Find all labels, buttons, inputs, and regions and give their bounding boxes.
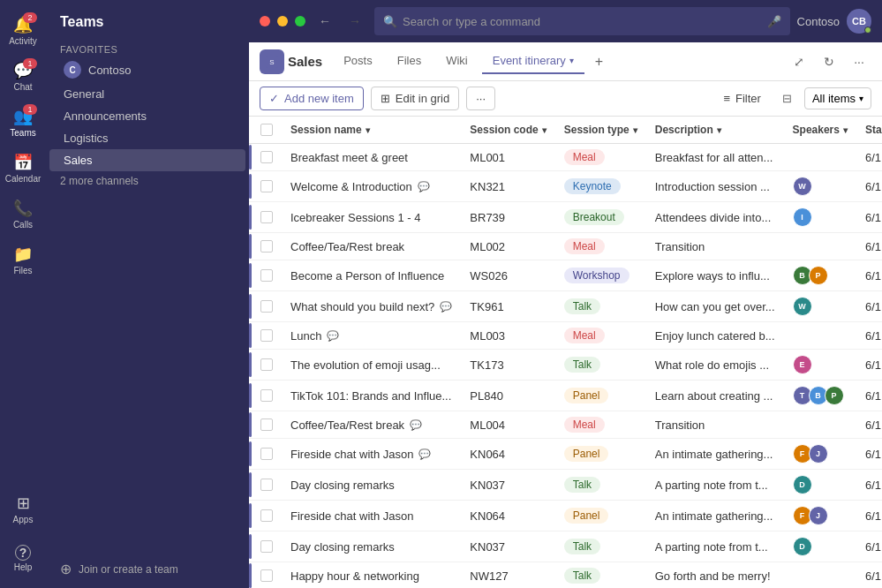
add-new-item-label: Add new item [284, 92, 354, 105]
more-icon: ··· [476, 92, 486, 105]
speaker-avatar: P [825, 386, 844, 405]
channel-item-contoso[interactable]: C Contoso [49, 57, 245, 83]
table-row[interactable]: Day closing remarksKN037TalkA parting no… [249, 531, 882, 562]
table-row[interactable]: The evolution of emoji usag...TK173TalkW… [249, 350, 882, 381]
more-options-icon[interactable]: ··· [847, 49, 871, 74]
table-row[interactable]: Fireside chat with JasonKN064PanelAn int… [249, 501, 882, 531]
channel-item-sales[interactable]: Sales [49, 149, 245, 171]
minimize-button[interactable] [277, 16, 288, 26]
table-row[interactable]: Coffee/Tea/Rest break💬ML004MealTransitio… [249, 411, 882, 439]
edit-in-grid-button[interactable]: ⊞ Edit in grid [371, 87, 459, 110]
session-type-cell: Panel [555, 381, 646, 411]
back-button[interactable]: ← [313, 9, 337, 34]
session-code-header[interactable]: Session code ▾ [461, 117, 554, 144]
row-checkbox[interactable] [260, 180, 273, 192]
select-all-checkbox[interactable] [260, 124, 273, 136]
row-checkbox[interactable] [260, 509, 273, 522]
table-row[interactable]: Breakfast meet & greetML001MealBreakfast… [249, 144, 882, 171]
files-label: Files [13, 266, 32, 275]
sidebar-item-teams[interactable]: 👥 1 Teams [5, 99, 41, 145]
channel-name-general: General [64, 87, 104, 101]
tab-posts[interactable]: Posts [333, 49, 383, 74]
calls-label: Calls [13, 220, 33, 230]
table-row[interactable]: TikTok 101: Brands and Influe...PL840Pan… [249, 381, 882, 411]
row-checkbox[interactable] [260, 151, 273, 163]
search-bar[interactable]: 🔍 🎤 [374, 7, 790, 35]
row-checkbox[interactable] [260, 240, 273, 253]
row-checkbox[interactable] [260, 569, 273, 582]
start-header[interactable]: Sta... [856, 117, 882, 144]
sidebar-item-files[interactable]: 📁 Files [5, 237, 41, 283]
more-channels[interactable]: 2 more channels [46, 171, 249, 191]
row-checkbox[interactable] [260, 358, 273, 371]
more-toolbar-button[interactable]: ··· [466, 87, 495, 110]
sidebar-item-apps[interactable]: ⊞ Apps [5, 486, 41, 531]
grid-view-button[interactable]: ⊟ [777, 88, 797, 109]
maximize-button[interactable] [295, 16, 305, 26]
row-checkbox[interactable] [260, 211, 273, 223]
add-new-item-button[interactable]: ✓ Add new item [260, 87, 364, 110]
all-items-select[interactable]: All items ▾ [804, 87, 871, 109]
grid-icon: ⊞ [381, 92, 390, 105]
sort-icon: ▾ [366, 125, 370, 135]
session-type-cell: Talk [555, 350, 646, 381]
table-row[interactable]: Become a Person of InfluenceWS026Worksho… [249, 260, 882, 291]
join-team[interactable]: ⊕ Join or create a team [46, 550, 249, 588]
row-checkbox[interactable] [260, 300, 273, 313]
start-cell: 6/1... [856, 233, 882, 260]
row-checkbox[interactable] [260, 389, 273, 402]
session-name-header[interactable]: Session name ▾ [282, 117, 461, 144]
sidebar-item-activity[interactable]: 🔔 2 Activity [5, 7, 41, 53]
row-checkbox[interactable] [260, 269, 273, 282]
channel-item-logistics[interactable]: Logistics [49, 127, 245, 149]
session-name-cell: Fireside chat with Jason💬 [282, 439, 461, 470]
forward-button[interactable]: → [343, 9, 367, 34]
row-checkbox[interactable] [260, 418, 273, 431]
user-avatar[interactable]: CB [847, 9, 871, 34]
table-row[interactable]: What should you build next?💬TK961TalkHow… [249, 291, 882, 322]
session-name-cell: TikTok 101: Brands and Influe... [282, 381, 461, 411]
table-row[interactable]: Fireside chat with Jason💬KN064PanelAn in… [249, 439, 882, 470]
channel-item-announcements[interactable]: Announcements [49, 105, 245, 127]
row-checkbox[interactable] [260, 329, 273, 342]
row-checkbox[interactable] [260, 448, 273, 460]
add-tab-button[interactable]: + [588, 50, 610, 73]
channel-item-general[interactable]: General [49, 83, 245, 105]
search-input[interactable] [403, 15, 762, 28]
table-row[interactable]: Day closing remarksKN037TalkA parting no… [249, 470, 882, 501]
refresh-icon[interactable]: ↻ [817, 49, 841, 74]
session-code-cell: BR739 [461, 202, 554, 233]
row-checkbox[interactable] [260, 540, 273, 553]
session-type-header[interactable]: Session type ▾ [555, 117, 646, 144]
filter-button[interactable]: ≡ Filter [714, 87, 769, 109]
session-type-cell: Talk [555, 562, 646, 589]
tab-files[interactable]: Files [387, 49, 432, 74]
close-button[interactable] [260, 16, 270, 26]
session-type-badge: Workshop [564, 268, 629, 283]
table-row[interactable]: Coffee/Tea/Rest breakML002MealTransition… [249, 233, 882, 260]
help-icon: ? [15, 545, 31, 561]
sidebar-item-calls[interactable]: 📞 Calls [5, 191, 41, 237]
sidebar-item-calendar[interactable]: 📅 Calendar [5, 145, 41, 191]
session-type-badge: Meal [564, 238, 605, 254]
channel-name-sales: Sales [64, 154, 93, 167]
row-checkbox[interactable] [260, 479, 273, 491]
table-row[interactable]: Lunch💬ML003MealEnjoy lunch catered b...6… [249, 322, 882, 350]
description-header[interactable]: Description ▾ [646, 117, 784, 144]
sidebar-item-chat[interactable]: 💬 1 Chat [5, 53, 41, 99]
speakers-header[interactable]: Speakers ▾ [784, 117, 856, 144]
session-code-cell: KN064 [461, 439, 554, 470]
sidebar-item-help[interactable]: ? Help [5, 535, 41, 581]
tab-wiki[interactable]: Wiki [435, 49, 479, 74]
chat-bubble-icon: 💬 [327, 330, 339, 342]
table-row[interactable]: Welcome & Introduction💬KN321KeynoteIntro… [249, 171, 882, 202]
table-row[interactable]: Icebreaker Sessions 1 - 4BR739BreakoutAt… [249, 202, 882, 233]
search-icon: 🔍 [383, 15, 397, 28]
row-checkbox-cell [252, 260, 282, 291]
table-row[interactable]: Happy hour & networkingNW127TalkGo forth… [249, 562, 882, 589]
expand-icon[interactable]: ⤢ [787, 49, 811, 74]
tab-event-itinerary[interactable]: Event itinerary ▾ [482, 49, 584, 74]
row-checkbox-cell [252, 202, 282, 233]
start-cell: 6/1... [856, 171, 882, 202]
description-cell: What role do emojis ... [646, 350, 784, 381]
